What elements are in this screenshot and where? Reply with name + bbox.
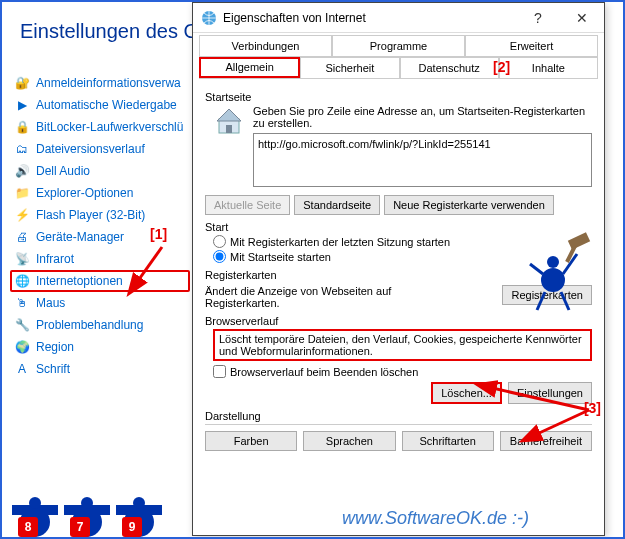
delete-on-exit-checkbox[interactable]: Browserverlauf beim Beenden löschen [213, 365, 592, 378]
globe-icon: 🌐 [14, 273, 30, 289]
svg-line-11 [537, 292, 545, 310]
close-button[interactable]: ✕ [560, 3, 604, 33]
sidebar-item-filehistory[interactable]: 🗂Dateiversionsverlauf [10, 138, 190, 160]
region-icon: 🌍 [14, 339, 30, 355]
titlebar[interactable]: Eigenschaften von Internet ? ✕ [193, 3, 604, 33]
history-label: Browserverlauf [205, 315, 592, 327]
checkbox-label: Browserverlauf beim Beenden löschen [230, 366, 418, 378]
sidebar-label: Dateiversionsverlauf [36, 142, 145, 156]
svg-rect-5 [226, 125, 232, 133]
tab-content[interactable]: Inhalte [499, 57, 598, 78]
sidebar-item-credentials[interactable]: 🔐Anmeldeinformationsverwa [10, 72, 190, 94]
arrow-1-icon [122, 242, 182, 302]
help-button[interactable]: ? [516, 3, 560, 33]
sidebar-label: Maus [36, 296, 65, 310]
dialog-title: Eigenschaften von Internet [223, 11, 516, 25]
folder-icon: 📁 [14, 185, 30, 201]
credential-icon: 🔐 [14, 75, 30, 91]
sidebar-label: Explorer-Optionen [36, 186, 133, 200]
tab-programs[interactable]: Programme [332, 35, 465, 56]
mascot-9: 9 [124, 507, 154, 537]
languages-button[interactable]: Sprachen [303, 431, 395, 451]
colors-button[interactable]: Farben [205, 431, 297, 451]
tab-advanced[interactable]: Erweitert [465, 35, 598, 56]
tabs-row-bottom: Allgemein Sicherheit Datenschutz Inhalte [199, 57, 598, 79]
tab-privacy[interactable]: Datenschutz [400, 57, 499, 78]
startpage-desc: Geben Sie pro Zeile eine Adresse an, um … [253, 105, 592, 129]
tabs-desc: Ändert die Anzeige von Webseiten auf Reg… [205, 285, 435, 309]
infrared-icon: 📡 [14, 251, 30, 267]
sidebar-label: Region [36, 340, 74, 354]
mascot-7: 7 [72, 507, 102, 537]
annotation-1: [1] [150, 226, 167, 242]
sidebar-label: Infrarot [36, 252, 74, 266]
startpage-label: Startseite [205, 91, 592, 103]
svg-rect-15 [568, 232, 590, 250]
arrow-3-icon [469, 380, 599, 450]
history-desc: Löscht temporäre Dateien, den Verlauf, C… [213, 329, 592, 361]
svg-marker-4 [217, 109, 241, 121]
sidebar-item-autoplay[interactable]: ▶Automatische Wiedergabe [10, 94, 190, 116]
autoplay-icon: ▶ [14, 97, 30, 113]
current-page-button[interactable]: Aktuelle Seite [205, 195, 290, 215]
sidebar-item-dellaudio[interactable]: 🔊Dell Audio [10, 160, 190, 182]
annotation-2: [2] [493, 59, 510, 75]
device-icon: 🖨 [14, 229, 30, 245]
sidebar-item-bitlocker[interactable]: 🔒BitLocker-Laufwerkverschlü [10, 116, 190, 138]
bitlocker-icon: 🔒 [14, 119, 30, 135]
homepage-url-input[interactable] [253, 133, 592, 187]
sidebar-label: Flash Player (32-Bit) [36, 208, 145, 222]
sidebar-item-explorer[interactable]: 📁Explorer-Optionen [10, 182, 190, 204]
tab-security[interactable]: Sicherheit [300, 57, 399, 78]
sidebar-label: Problembehandlung [36, 318, 143, 332]
flash-icon: ⚡ [14, 207, 30, 223]
sidebar-label: Internetoptionen [36, 274, 123, 288]
mascot-hammer [525, 232, 595, 315]
tab-general[interactable]: Allgemein [199, 57, 300, 78]
sidebar-label: Dell Audio [36, 164, 90, 178]
svg-point-10 [547, 256, 559, 268]
tab-connections[interactable]: Verbindungen [199, 35, 332, 56]
sidebar-item-troubleshoot[interactable]: 🔧Problembehandlung [10, 314, 190, 336]
sidebar-label: Anmeldeinformationsverwa [36, 76, 181, 90]
tabs-row-top: Verbindungen Programme Erweitert [199, 35, 598, 57]
sidebar-item-region[interactable]: 🌍Region [10, 336, 190, 358]
watermark-bottom: www.SoftwareOK.de :-) [342, 508, 529, 529]
audio-icon: 🔊 [14, 163, 30, 179]
new-tab-button[interactable]: Neue Registerkarte verwenden [384, 195, 554, 215]
svg-line-7 [479, 385, 589, 410]
sidebar-item-flash[interactable]: ⚡Flash Player (32-Bit) [10, 204, 190, 226]
sidebar-label: Geräte-Manager [36, 230, 124, 244]
svg-line-13 [530, 264, 543, 274]
font-icon: A [14, 361, 30, 377]
sidebar-label: Automatische Wiedergabe [36, 98, 177, 112]
svg-line-1 [130, 247, 162, 292]
home-icon [213, 105, 245, 137]
svg-point-9 [541, 268, 565, 292]
mouse-icon: 🖱 [14, 295, 30, 311]
sidebar-label: Schrift [36, 362, 70, 376]
svg-line-12 [561, 292, 569, 310]
radio-label: Mit Startseite starten [230, 251, 331, 263]
radio-label: Mit Registerkarten der letzten Sitzung s… [230, 236, 450, 248]
sidebar-label: BitLocker-Laufwerkverschlü [36, 120, 183, 134]
filehistory-icon: 🗂 [14, 141, 30, 157]
svg-line-8 [524, 410, 589, 440]
wrench-icon: 🔧 [14, 317, 30, 333]
sidebar-item-fonts[interactable]: ASchrift [10, 358, 190, 380]
internet-icon [201, 10, 217, 26]
mascot-8: 8 [20, 507, 50, 537]
default-page-button[interactable]: Standardseite [294, 195, 380, 215]
